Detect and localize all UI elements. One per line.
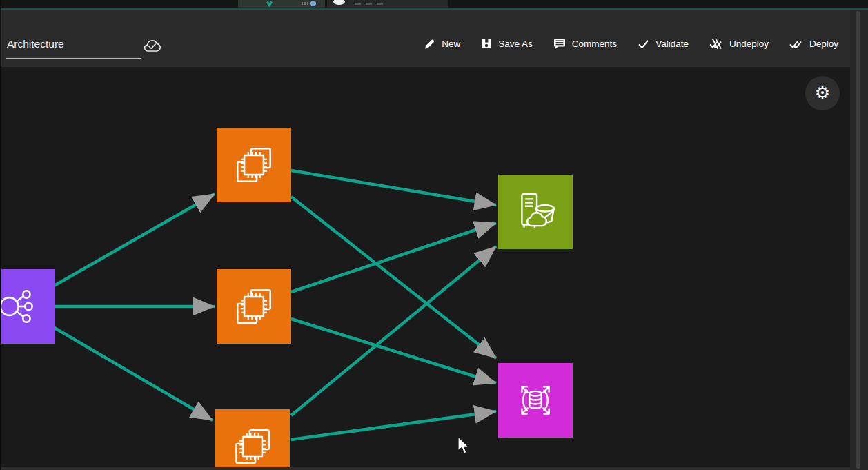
oval-favicon-icon xyxy=(333,0,345,5)
dots-icon xyxy=(302,2,308,5)
button-label: Save As xyxy=(498,39,533,49)
check-icon xyxy=(638,38,649,50)
dash-icon xyxy=(377,3,383,5)
validate-button[interactable]: Validate xyxy=(638,38,689,50)
storage-server-icon xyxy=(513,189,558,235)
edge-compute-3-to-database-scaling xyxy=(291,411,496,440)
load-balancer-icon xyxy=(1,284,41,329)
comments-button[interactable]: Comments xyxy=(553,38,617,49)
dash-icon xyxy=(366,3,372,5)
compute-1-node[interactable] xyxy=(217,128,291,202)
edges-layer xyxy=(1,67,850,470)
teal-logo-icon xyxy=(266,1,273,7)
bottom-edge-strip xyxy=(1,467,850,470)
canvas-settings-button[interactable]: ⚙ xyxy=(805,76,840,110)
storage-node[interactable] xyxy=(498,175,573,249)
cloud-check-icon xyxy=(143,37,162,56)
compute-3-node[interactable] xyxy=(215,409,290,470)
dash-icon xyxy=(355,3,361,5)
browser-tab-active[interactable] xyxy=(238,0,325,8)
comment-icon xyxy=(553,38,566,49)
undeploy-button[interactable]: Undeploy xyxy=(709,38,769,50)
load-balancer-node[interactable] xyxy=(1,269,55,344)
double-check-slash-icon xyxy=(709,38,723,50)
accent-divider xyxy=(0,8,868,10)
toolbar-actions: New Save As Comments Validate xyxy=(424,32,838,55)
edge-compute-2-to-database-scaling xyxy=(291,319,496,383)
compute-icon xyxy=(231,284,277,329)
pencil-icon xyxy=(424,38,435,50)
scrollbar-thumb[interactable] xyxy=(856,11,860,469)
edge-compute-3-to-storage xyxy=(291,246,496,415)
window-left-border xyxy=(0,0,1,470)
vertical-scrollbar[interactable] xyxy=(850,10,868,470)
edge-compute-1-to-database-scaling xyxy=(291,197,496,358)
scaling-database-icon xyxy=(513,378,558,423)
diagram-title-field xyxy=(6,38,141,59)
gear-icon: ⚙ xyxy=(815,76,830,110)
deploy-button[interactable]: Deploy xyxy=(789,38,838,50)
double-check-icon xyxy=(789,38,803,50)
compute-2-node[interactable] xyxy=(217,269,291,344)
diagram-toolbar: New Save As Comments Validate xyxy=(1,10,850,67)
button-label: New xyxy=(442,39,460,49)
database-scaling-node[interactable] xyxy=(498,363,573,438)
save-as-button[interactable]: Save As xyxy=(481,38,533,49)
button-label: Deploy xyxy=(809,39,838,49)
button-label: Comments xyxy=(572,39,617,49)
button-label: Undeploy xyxy=(729,39,769,49)
save-icon xyxy=(481,38,492,49)
compute-icon xyxy=(231,142,277,188)
new-button[interactable]: New xyxy=(424,38,460,50)
compute-icon xyxy=(230,424,275,469)
favicon-circle-icon xyxy=(310,1,316,6)
edge-compute-2-to-storage xyxy=(291,223,496,292)
button-label: Validate xyxy=(655,39,689,49)
edge-compute-1-to-storage xyxy=(291,170,496,205)
diagram-canvas[interactable]: ⚙ xyxy=(1,67,850,470)
diagram-title-input[interactable] xyxy=(6,38,141,59)
browser-tab-inactive[interactable] xyxy=(327,0,448,8)
browser-tab-strip xyxy=(0,0,868,8)
